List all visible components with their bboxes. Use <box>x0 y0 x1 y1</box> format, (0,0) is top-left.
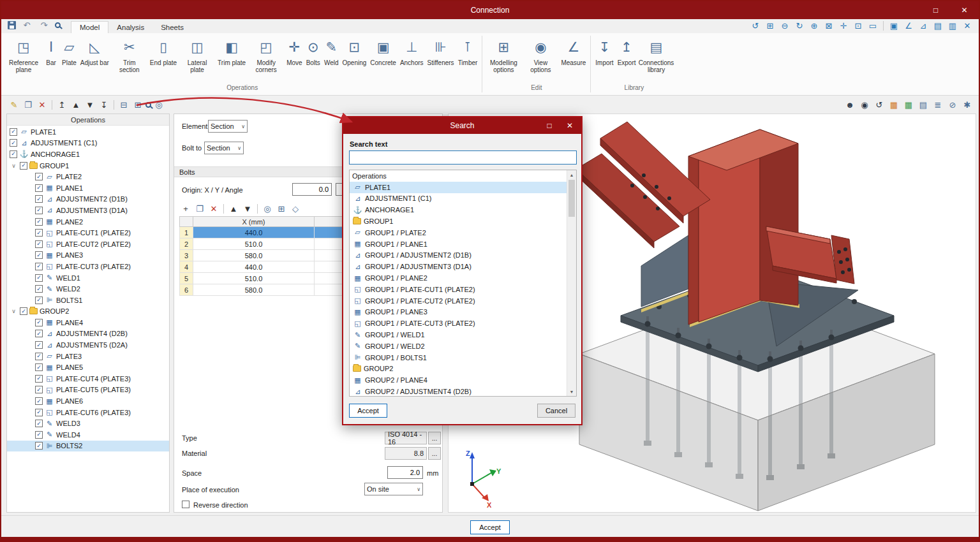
solid-view-button[interactable]: ▣ <box>887 19 900 32</box>
tree-item-group2[interactable]: ∨✓GROUP2 <box>7 306 169 318</box>
edit-operation-button[interactable]: ✎ <box>8 98 20 111</box>
ribbon-anchors-button[interactable]: ⊥Anchors <box>398 33 426 68</box>
search-list-item[interactable]: ⊿GROUP2 / ADJUSTMENT4 (D2B) <box>350 386 567 396</box>
search-input[interactable] <box>349 150 577 165</box>
tree-item-plate-cut6-plate3[interactable]: ✓◱PLATE-CUT6 (PLATE3) <box>7 407 169 418</box>
search-list-item[interactable]: ▱PLATE1 <box>350 182 567 193</box>
maximize-button[interactable]: □ <box>921 1 950 19</box>
tree-item-plane6[interactable]: ✓▦PLANE6 <box>7 395 169 407</box>
close-button[interactable]: ✕ <box>950 1 979 19</box>
tree-item-plate3[interactable]: ✓▱PLATE3 <box>7 351 169 362</box>
checkbox[interactable]: ✓ <box>35 409 43 416</box>
quick-search-button[interactable] <box>55 22 61 28</box>
close-view-button[interactable]: ✕ <box>961 19 974 32</box>
ribbon-trim-section-button[interactable]: ✂Trim section <box>111 33 148 75</box>
fit-view-button[interactable]: ⊡ <box>852 19 865 32</box>
material-more-button[interactable]: ... <box>428 447 441 460</box>
ribbon-plate-button[interactable]: ▱Plate <box>60 33 78 68</box>
tab-sheets[interactable]: Sheets <box>152 22 192 33</box>
x-value-cell[interactable]: 580.0 <box>193 284 315 296</box>
checkbox[interactable]: ✓ <box>35 375 43 383</box>
measure-angle-button[interactable]: ∠ <box>902 19 915 32</box>
tab-analysis[interactable]: Analysis <box>108 22 152 33</box>
delete-operation-button[interactable]: ✕ <box>36 98 48 111</box>
ribbon-modify-corners-button[interactable]: ◰Modify corners <box>248 33 285 75</box>
ribbon-reference-plane-button[interactable]: ◳Reference plane <box>5 33 42 75</box>
tree-item-plate1[interactable]: ✓▱PLATE1 <box>7 126 169 138</box>
axes-view-button[interactable]: ⊿ <box>917 19 930 32</box>
tree-item-plate-cut2-plate2[interactable]: ✓◱PLATE-CUT2 (PLATE2) <box>7 238 169 250</box>
reverse-direction-checkbox[interactable] <box>182 501 189 508</box>
accept-button[interactable]: Accept <box>470 520 510 534</box>
ribbon-import-button[interactable]: ↧Import <box>593 33 615 68</box>
checkbox[interactable]: ✓ <box>35 218 43 226</box>
tree-item-plane4[interactable]: ✓▦PLANE4 <box>7 317 169 328</box>
place-of-execution-dropdown[interactable]: On site ∨ <box>364 483 423 495</box>
checkbox[interactable]: ✓ <box>35 431 43 439</box>
space-input[interactable] <box>387 466 423 479</box>
tree-item-plate-cut4-plate3[interactable]: ✓◱PLATE-CUT4 (PLATE3) <box>7 373 169 385</box>
checkbox[interactable]: ✓ <box>35 319 43 326</box>
operator-view-button[interactable]: ☻ <box>843 98 856 111</box>
checkbox[interactable]: ✓ <box>35 184 43 192</box>
checkbox[interactable]: ✓ <box>35 285 43 293</box>
checkbox[interactable]: ✓ <box>35 442 43 450</box>
expander-icon[interactable]: ∨ <box>10 163 18 169</box>
tab-model[interactable]: Model <box>71 21 108 33</box>
polygon-select-button[interactable]: ◇ <box>289 202 302 215</box>
ribbon-concrete-button[interactable]: ▣Concrete <box>368 33 398 68</box>
tree-item-plate-cut3-plate2[interactable]: ✓◱PLATE-CUT3 (PLATE2) <box>7 261 169 272</box>
tree-item-adjustment3-d1a[interactable]: ✓⊿ADJUSTMENT3 (D1A) <box>7 205 169 216</box>
element-dropdown[interactable]: Section ∨ <box>208 120 248 133</box>
grid-select-button[interactable]: ⊞ <box>275 202 288 215</box>
tree-item-anchorage1[interactable]: ✓⚓ANCHORAGE1 <box>7 149 169 160</box>
tree-item-bolts2[interactable]: ✓⊫BOLTS2 <box>7 441 169 452</box>
tree-item-weld4[interactable]: ✓✎WELD4 <box>7 429 169 441</box>
redo-button[interactable]: ↷ <box>38 18 50 31</box>
ribbon-modelling-options-button[interactable]: ⊞Modelling options <box>485 33 522 75</box>
ribbon-timber-button[interactable]: ⊺Timber <box>456 33 480 68</box>
move-up-button[interactable]: ▲ <box>70 98 82 111</box>
dialog-close-button[interactable]: ✕ <box>560 117 580 134</box>
search-operations-button[interactable] <box>145 102 151 108</box>
scroll-up-icon[interactable]: ▲ <box>567 170 576 179</box>
search-list-item[interactable]: ▦GROUP1 / PLANE3 <box>350 307 567 318</box>
tree-item-adjustment4-d2b[interactable]: ✓⊿ADJUSTMENT4 (D2B) <box>7 328 169 340</box>
x-value-cell[interactable]: 510.0 <box>193 273 315 284</box>
ribbon-move-button[interactable]: ✛Move <box>285 33 304 68</box>
checkbox[interactable]: ✓ <box>10 139 17 147</box>
ribbon-bolts-button[interactable]: ⊙Bolts <box>304 33 322 68</box>
search-list-item[interactable]: ◱GROUP1 / PLATE-CUT2 (PLATE2) <box>350 295 567 307</box>
tree-item-plane1[interactable]: ✓▦PLANE1 <box>7 182 169 194</box>
search-list-item[interactable]: GROUP2 <box>350 363 567 375</box>
ribbon-trim-plate-button[interactable]: ◧Trim plate <box>216 33 248 68</box>
tree-item-bolts1[interactable]: ✓⊫BOLTS1 <box>7 295 169 306</box>
ribbon-weld-button[interactable]: ✎Weld <box>322 33 341 68</box>
search-dialog-titlebar[interactable]: Search □ ✕ <box>343 117 581 134</box>
search-list-item[interactable]: GROUP1 <box>350 216 567 227</box>
x-value-cell[interactable]: 510.0 <box>193 238 315 250</box>
zoom-out-button[interactable]: ⊖ <box>778 19 791 32</box>
tree-item-weld2[interactable]: ✓✎WELD2 <box>7 283 169 295</box>
ribbon-view-options-button[interactable]: ◉View options <box>522 33 559 75</box>
scrollbar[interactable]: ▲ ▼ <box>567 170 576 396</box>
checkbox[interactable]: ✓ <box>35 207 43 214</box>
refresh-view-button[interactable]: ↻ <box>793 19 806 32</box>
copy-operation-button[interactable]: ❐ <box>22 98 34 111</box>
tree-item-adjustment1-c1[interactable]: ✓⊿ADJUSTMENT1 (C1) <box>7 138 169 149</box>
layers-button[interactable]: ≣ <box>932 98 944 111</box>
checkbox[interactable]: ✓ <box>35 251 43 259</box>
tree-item-group1[interactable]: ∨✓GROUP1 <box>7 160 169 172</box>
move-top-button[interactable]: ↥ <box>56 98 68 111</box>
type-more-button[interactable]: ... <box>428 432 441 444</box>
search-list-item[interactable]: ◱GROUP1 / PLATE-CUT1 (PLATE2) <box>350 284 567 295</box>
search-list-item[interactable]: ✎GROUP1 / WELD1 <box>350 329 567 341</box>
checkbox[interactable]: ✓ <box>35 297 43 304</box>
tree-item-weld3[interactable]: ✓✎WELD3 <box>7 418 169 429</box>
undo-view-button[interactable]: ↺ <box>749 19 762 32</box>
hide-button[interactable]: ⊘ <box>946 98 959 111</box>
search-list-item[interactable]: ⊿GROUP1 / ADJUSTMENT2 (D1B) <box>350 250 567 261</box>
table-design-button[interactable]: ▦ <box>887 98 900 111</box>
search-list-item[interactable]: ⊫GROUP1 / BOLTS1 <box>350 352 567 363</box>
delete-bolt-button[interactable]: ✕ <box>207 202 220 215</box>
